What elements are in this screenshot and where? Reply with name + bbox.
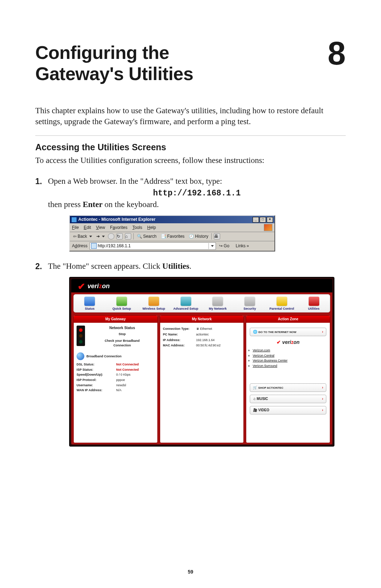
verizon-logo-text: verizon bbox=[87, 282, 110, 291]
chapter-title-line1: Configuring the bbox=[35, 42, 169, 63]
step2-utilities-label: Utilities bbox=[162, 262, 189, 271]
wan-ip-row: WAN IP Address: N/A bbox=[77, 388, 155, 393]
menu-favorites[interactable]: Favorites bbox=[110, 225, 127, 231]
ie-screenshot: Actiontec - Microsoft Internet Explorer … bbox=[69, 215, 346, 251]
my-network-panel: My Network Connection Type: 🖥 Ethernet P… bbox=[160, 315, 244, 443]
wireless-setup-icon bbox=[149, 297, 159, 306]
page-number: 59 bbox=[0, 569, 381, 575]
home-icon[interactable]: ⌂ bbox=[125, 233, 131, 240]
toolbar-separator bbox=[133, 233, 134, 240]
isp-protocol-row: ISP Protocol: pppoe bbox=[77, 378, 155, 382]
step-2: The "Home" screen appears. Click Utiliti… bbox=[35, 261, 346, 447]
traffic-light-icon bbox=[77, 326, 85, 346]
network-status-label: Network Status bbox=[90, 326, 155, 331]
ie-window-title: Actiontec - Microsoft Internet Explorer bbox=[78, 217, 156, 223]
link-verizon-surround[interactable]: Verizon Surround bbox=[253, 364, 328, 368]
chapter-number: 8 bbox=[328, 39, 346, 68]
step1-url: http://192.168.1.1 bbox=[48, 188, 346, 199]
ie-titlebar[interactable]: Actiontec - Microsoft Internet Explorer … bbox=[70, 216, 274, 223]
go-internet-button[interactable]: 🌐 GO TO THE INTERNET NOW › bbox=[250, 328, 326, 336]
stop-icon[interactable] bbox=[108, 233, 114, 240]
nav-my-network[interactable]: My Network bbox=[204, 297, 232, 311]
links-button[interactable]: Links » bbox=[235, 243, 250, 249]
nav-status[interactable]: Status bbox=[75, 297, 104, 311]
step1-text-b-post: on the keyboard. bbox=[103, 200, 159, 209]
menu-view[interactable]: View bbox=[96, 225, 105, 231]
forward-button[interactable]: ➔ bbox=[95, 233, 106, 240]
steps-list: Open a Web browser. In the "Address" tex… bbox=[35, 176, 346, 447]
link-verizon-com[interactable]: Verizon.com bbox=[253, 348, 328, 353]
back-button[interactable]: ⇦ Back bbox=[72, 233, 93, 240]
nav-quick-setup[interactable]: Quick Setup bbox=[108, 297, 136, 311]
go-button[interactable]: ↪ Go bbox=[218, 243, 230, 249]
nav-wireless-setup[interactable]: Wireless Setup bbox=[140, 297, 168, 311]
action-zone-header: Action Zone bbox=[246, 316, 330, 323]
history-button[interactable]: 🕘 History bbox=[188, 233, 209, 240]
chapter-title-line2: Gateway's Utilities bbox=[35, 63, 193, 84]
pc-name-row: PC Name: actiontec bbox=[163, 332, 241, 337]
favorites-button[interactable]: 📑 Favorites bbox=[160, 233, 186, 240]
address-label: Address bbox=[72, 243, 87, 249]
gateway-navbar: Status Quick Setup Wireless Setup Advanc… bbox=[73, 294, 330, 313]
close-button[interactable]: × bbox=[267, 217, 273, 223]
ie-throbber-icon bbox=[264, 224, 272, 231]
search-button[interactable]: 🔍 Search bbox=[136, 233, 158, 240]
username-row: Username: newdsl bbox=[77, 383, 155, 388]
address-dropdown-icon[interactable] bbox=[208, 243, 214, 249]
section-title: Accessing the Utilities Screens bbox=[35, 142, 346, 152]
minimize-button[interactable]: _ bbox=[253, 217, 259, 223]
ie-menubar: File Edit View Favorites Tools Help bbox=[70, 223, 274, 232]
parental-control-icon bbox=[277, 297, 287, 306]
link-verizon-business[interactable]: Verizon Business Center bbox=[253, 358, 328, 363]
maximize-button[interactable]: □ bbox=[260, 217, 266, 223]
dsl-status-row: DSL Status: Not Connected bbox=[77, 362, 155, 367]
status-icon bbox=[84, 297, 95, 306]
check-broadband-link[interactable]: Check your Broadband Connection bbox=[90, 339, 155, 347]
step1-enter-key: Enter bbox=[83, 200, 102, 209]
isp-status-row: ISP Status: Not Connected bbox=[77, 368, 155, 372]
print-icon[interactable]: 🖶 bbox=[214, 233, 220, 240]
address-input-value[interactable]: http://192.168.1.1 bbox=[98, 243, 208, 249]
quick-setup-icon bbox=[116, 297, 127, 306]
verizon-logo-bar: ✔ verizon bbox=[71, 279, 332, 292]
my-gateway-header: My Gateway bbox=[74, 316, 157, 323]
nav-utilities[interactable]: Utilities bbox=[300, 297, 328, 311]
ie-toolbar: ⇦ Back ➔ ↻ ⌂ 🔍 Search 📑 Favorites 🕘 Hist… bbox=[70, 232, 274, 241]
refresh-icon[interactable]: ↻ bbox=[116, 233, 123, 240]
step-1: Open a Web browser. In the "Address" tex… bbox=[35, 176, 346, 251]
menu-tools[interactable]: Tools bbox=[132, 225, 142, 231]
ie-app-icon bbox=[71, 217, 77, 223]
advanced-setup-icon bbox=[181, 297, 191, 306]
step1-text-b-pre: then press bbox=[48, 200, 83, 209]
shop-actiontec-button[interactable]: 🛒 SHOP ACTIONTEC › bbox=[250, 383, 326, 392]
divider bbox=[35, 135, 346, 136]
my-network-header: My Network bbox=[160, 316, 244, 323]
nav-advanced-setup[interactable]: Advanced Setup bbox=[172, 297, 200, 311]
nav-parental-control[interactable]: Parental Control bbox=[268, 297, 296, 311]
mac-address-row: MAC Address: 00:50:fc:4d:90:e2 bbox=[163, 343, 241, 348]
security-icon bbox=[244, 297, 255, 306]
chapter-title: Configuring the Gateway's Utilities bbox=[35, 42, 193, 85]
network-status-stop: Stop bbox=[90, 332, 155, 337]
my-network-icon bbox=[212, 297, 223, 306]
step2-text-pre: The "Home" screen appears. Click bbox=[48, 262, 162, 271]
step2-text-post: . bbox=[189, 262, 192, 271]
gateway-home-screenshot: ✔ verizon Status Quick Setup Wireless Se… bbox=[69, 277, 346, 447]
menu-file[interactable]: File bbox=[72, 225, 79, 231]
chapter-intro: This chapter explains how to use the Gat… bbox=[35, 105, 346, 127]
address-field[interactable]: http://192.168.1.1 bbox=[90, 242, 216, 250]
link-verizon-central[interactable]: Verizon Central bbox=[253, 353, 328, 358]
broadband-connection-row[interactable]: Broadband Connection bbox=[77, 352, 155, 360]
nav-security[interactable]: Security bbox=[236, 297, 264, 311]
gateway-panels: My Gateway Network Status Stop bbox=[71, 315, 332, 443]
utilities-icon bbox=[309, 297, 319, 306]
action-zone-panel: Action Zone 🌐 GO TO THE INTERNET NOW › ✔… bbox=[246, 315, 330, 443]
ip-address-row: IP Address: 192.168.1.64 bbox=[163, 338, 241, 343]
menu-edit[interactable]: Edit bbox=[84, 225, 91, 231]
menu-help[interactable]: Help bbox=[147, 225, 156, 231]
music-button[interactable]: ♫ MUSIC › bbox=[250, 395, 326, 403]
connection-type-row: Connection Type: 🖥 Ethernet bbox=[163, 327, 241, 331]
ie-addressbar: Address http://192.168.1.1 ↪ Go Links » bbox=[70, 241, 274, 251]
chapter-header: Configuring the Gateway's Utilities 8 bbox=[35, 42, 346, 85]
video-button[interactable]: 🎥 VIDEO › bbox=[250, 406, 326, 414]
